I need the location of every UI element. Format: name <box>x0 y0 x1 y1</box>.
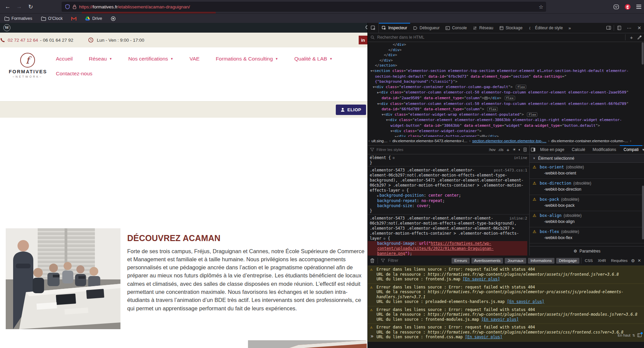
css-declaration[interactable]: background-image: url("https://formative… <box>368 241 527 256</box>
site-logo[interactable]: f FORMATIVES –NETWORK– <box>9 53 46 78</box>
url-bar[interactable]: https://formatives.fr/etablissement/acam… <box>62 2 546 12</box>
editor-mode-icon[interactable] <box>637 333 642 337</box>
compat-warning-item[interactable]: ⚠box-orient(obsolète)-webkit-box-orient <box>530 163 644 179</box>
tab-r-seau[interactable]: Réseau <box>470 23 496 33</box>
nav-item-nos-certifications[interactable]: Nos certifications▼ <box>128 56 173 62</box>
selected-element-header[interactable]: ▼ Élément sélectionné <box>530 154 644 163</box>
console-input-row[interactable]: » En haut ⇅ <box>368 332 644 348</box>
markup-line[interactable]: ▼<div class="elementor-element elementor… <box>370 117 644 123</box>
console-filter-journaux[interactable]: Journaux <box>505 258 526 264</box>
pseudo-class-toggle[interactable]: :hov <box>489 148 496 152</box>
markup-line[interactable]: section-height-default" data-id="6fbc9d7… <box>370 74 644 79</box>
breadcrumb-item[interactable]: section.elementor-section.elementor-top-… <box>472 139 546 143</box>
nav-item-accueil[interactable]: Accueil <box>56 56 73 62</box>
breadcrumb-item[interactable]: ult.sing… <box>371 139 388 143</box>
sidebar-tab-compati[interactable]: Compati <box>620 145 642 154</box>
pocket-icon[interactable] <box>613 4 619 10</box>
rule-selector[interactable]: .elementor-5473 .elementor-element.eleme… <box>370 216 519 241</box>
breadcrumb-scroll-right-icon[interactable]: › <box>630 139 631 143</box>
rule-source-link[interactable]: inline:2 <box>509 216 527 221</box>
linkedin-icon[interactable]: in <box>359 36 367 44</box>
console-position-label[interactable]: En haut <box>618 333 631 337</box>
eliop-login-button[interactable]: ELIOP <box>336 105 366 115</box>
eyedropper-icon[interactable] <box>637 35 642 40</box>
responsive-design-icon[interactable] <box>604 23 614 33</box>
flex-badge[interactable]: flex <box>505 96 515 100</box>
console-filter-css[interactable]: CSS <box>583 258 595 264</box>
dark-theme-icon[interactable]: ◐ <box>518 147 521 152</box>
nav-item-contactez-nous[interactable]: Contactez-nous <box>56 71 93 77</box>
collapsed-content-pill[interactable]: … <box>484 96 488 100</box>
breadcrumb-item[interactable]: div.elementor-container.elementor-column… <box>551 139 628 143</box>
sidebar-tab-modifications[interactable]: Modifications <box>589 145 620 154</box>
console-filter-informations[interactable]: Informations <box>528 258 554 264</box>
phone-number-1[interactable]: 02 72 47 12 64 <box>8 38 38 43</box>
tab-console[interactable]: Console <box>442 23 470 33</box>
sidebar-tabs-dropdown-icon[interactable]: ▾ <box>642 147 644 152</box>
rule-source-link[interactable]: inline <box>514 155 527 160</box>
rule-source-link[interactable]: post-5473.css:1 <box>494 168 527 173</box>
console-filter-xhr[interactable]: XHR <box>596 258 608 264</box>
reload-icon[interactable]: ↻ <box>25 2 36 11</box>
extension-hand-icon[interactable] <box>624 4 631 10</box>
breadcrumb-scroll-left-icon[interactable]: ‹ <box>368 139 370 143</box>
url-text[interactable]: https://formatives.fr/etablissement/acam… <box>79 4 190 9</box>
bookmark-item[interactable] <box>110 15 117 22</box>
markup-line[interactable]: </div> <box>370 58 644 63</box>
flex-badge[interactable]: flex <box>527 112 537 117</box>
console-warning-message[interactable]: ⚠Erreur dans les liens source : Error: r… <box>368 284 644 306</box>
console-filter-débogage[interactable]: Débogage <box>556 258 579 264</box>
compat-warning-item[interactable]: ⚠box-pack(obsolète)-webkit-box-pack <box>530 195 644 211</box>
console-filter-avertissements[interactable]: Avertissements <box>471 258 503 264</box>
class-toggle[interactable]: .cls <box>498 148 504 152</box>
nav-item-formations-consulting[interactable]: Formations & Consulting▼ <box>216 56 278 62</box>
markup-scrollbar[interactable] <box>642 42 644 65</box>
markup-line[interactable]: data-id="2aae9509" data-element_type="co… <box>370 95 644 101</box>
html-search-bar[interactable]: Rechercher dans le HTML + <box>368 33 644 42</box>
tab-d-bogueur[interactable]: Débogueur <box>410 23 442 33</box>
markup-line[interactable]: </div> <box>370 42 644 47</box>
nav-item-qualit-lab[interactable]: Qualité & LAB▼ <box>294 56 332 62</box>
markup-line[interactable]: ▼<div class="elementor-container element… <box>370 84 644 90</box>
devtools-meatball-menu-icon[interactable]: ⋯ <box>624 23 634 33</box>
rule-selector[interactable]: élément { <box>370 155 391 160</box>
css-declaration[interactable]: ▶background-position: center center; <box>370 193 527 198</box>
clear-console-trash-icon[interactable] <box>370 258 374 263</box>
console-warning-message[interactable]: ⚠Erreur dans les liens source : Error: r… <box>368 266 644 284</box>
markup-line[interactable]: </div> <box>370 52 644 58</box>
wordpress-logo-icon[interactable]: W <box>3 24 10 31</box>
tab-inspecteur[interactable]: Inspecteur <box>379 23 410 33</box>
sidebar-tab-calculé[interactable]: Calculé <box>568 145 589 154</box>
console-filter-erreurs[interactable]: Erreurs <box>452 258 470 264</box>
nav-item-vae[interactable]: VAE <box>189 56 200 62</box>
back-icon[interactable]: ← <box>2 2 13 11</box>
pick-element-icon[interactable] <box>368 23 379 33</box>
sidebar-pane-toggle-icon[interactable] <box>530 148 536 152</box>
settings-button[interactable]: ⚙ Paramètres <box>530 246 644 256</box>
lock-icon[interactable] <box>72 4 77 9</box>
tab-stockage[interactable]: Stockage <box>496 23 526 33</box>
markup-line[interactable]: </section> <box>370 63 644 68</box>
sidebar-tab-mise-en-page[interactable]: Mise en page <box>536 145 568 154</box>
print-simulation-icon[interactable] <box>523 148 527 152</box>
markup-line[interactable]: </div> <box>370 47 644 53</box>
css-declaration[interactable]: background-repeat: no-repeat; <box>370 198 527 203</box>
bookmark-item[interactable]: Formatives <box>3 15 33 22</box>
css-declaration[interactable]: background-size: cover; <box>370 203 527 208</box>
add-rule-icon[interactable]: + <box>506 147 510 153</box>
compat-warning-item[interactable]: ⚠box-align(obsolète)-webkit-box-align <box>530 211 644 227</box>
console-filter-requêtes[interactable]: Requêtes <box>609 258 629 264</box>
console-settings-gear-icon[interactable]: ⚙ <box>631 258 635 263</box>
console-close-icon[interactable]: ✕ <box>637 258 642 263</box>
markup-line[interactable]: {"background_background":"classic"}"> <box>370 79 644 84</box>
compat-warning-item[interactable]: ⚠box-direction(obsolète)-webkit-box-dire… <box>530 179 644 195</box>
flex-badge[interactable]: flex <box>487 107 498 111</box>
styles-filter-bar[interactable]: Filtrer les styles :hov .cls + ☀ ◐ <box>368 145 529 154</box>
compat-warning-item[interactable]: ⚠box-flex(obsolète)-webkit-box-flex <box>530 227 644 243</box>
bookmark-star-icon[interactable]: ☆ <box>539 4 543 10</box>
breadcrumb-item[interactable]: div.elementor.elementor-5473.elementor-l… <box>392 139 468 143</box>
more-tabs-chevron[interactable]: » <box>566 23 574 33</box>
markup-line[interactable]: ▼<div class="elementor-widget-container"… <box>370 128 644 134</box>
tab--diteur-de-style[interactable]: { }Éditeur de style <box>526 23 566 33</box>
markup-line[interactable]: ▼<div class="elementor-widget-wrap eleme… <box>370 112 644 118</box>
